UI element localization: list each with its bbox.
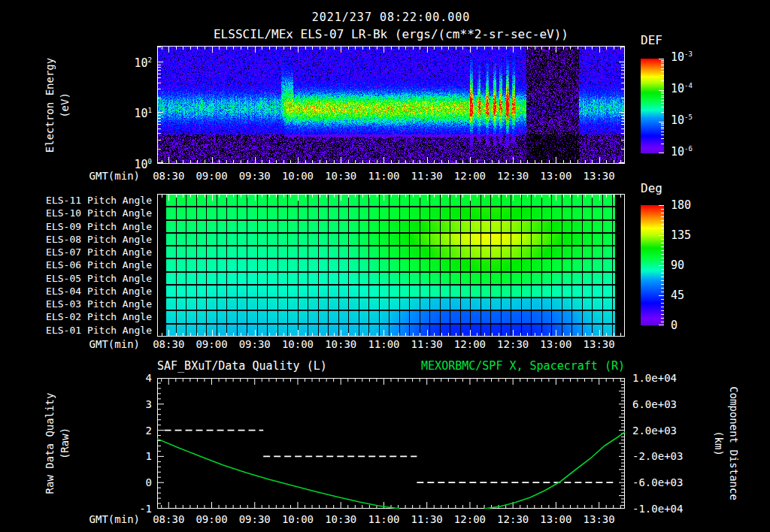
gmt-tick-label: 09:30 [239, 170, 271, 182]
component-distance-axis-label: Component Distance (km) [711, 386, 741, 500]
gmt-tick-label: 13:30 [584, 513, 615, 525]
def-colorbar-title: DEF [641, 33, 662, 47]
pitch-row-labels: ELS-11 Pitch AngleELS-10 Pitch AngleELS-… [15, 194, 152, 337]
gmt-tick-label: 08:30 [153, 513, 184, 525]
deg-colorbar-title: Deg [641, 181, 662, 195]
energy-tick-label: 102 [114, 55, 152, 69]
gmt-tick-label: 13:00 [540, 338, 571, 350]
spectrogram-canvas [157, 46, 625, 164]
gmt-tick-label: 12:30 [497, 338, 529, 350]
pitch-row-label: ELS-04 Pitch Angle [15, 285, 152, 298]
def-tick-label: 10-5 [671, 113, 693, 127]
quality-tick-label: 0 [122, 476, 152, 488]
gmt-tick-row-2: 08:3009:0009:3010:0010:3011:0011:3012:00… [0, 338, 770, 350]
gmt-tick-label: 13:30 [584, 170, 615, 182]
spacecraft-x-curve [157, 439, 399, 509]
gmt-tick-label: 11:30 [411, 338, 443, 350]
energy-tick-label: 101 [114, 106, 152, 120]
distance-tick-label: 2.0e+03 [632, 425, 677, 437]
gmt-tick-label: 13:00 [540, 513, 571, 525]
spacecraft-x-curve [484, 432, 625, 509]
pitch-row-label: ELS-07 Pitch Angle [15, 246, 152, 258]
gmt-tick-label: 12:00 [454, 513, 486, 525]
gmt-tick-label: 12:30 [497, 513, 529, 525]
pitch-row-label: ELS-06 Pitch Angle [15, 258, 152, 271]
distance-tick-label: 1.0e+04 [632, 372, 677, 384]
gmt-tick-label: 10:30 [325, 170, 356, 182]
pitch-row-label: ELS-03 Pitch Angle [15, 298, 152, 310]
deg-tick-label: 90 [671, 258, 684, 272]
gmt-tick-row-3: 08:3009:0009:3010:0010:3011:0011:3012:00… [0, 513, 770, 525]
quality-tick-label: 1 [122, 450, 152, 462]
pitch-row-label: ELS-08 Pitch Angle [15, 233, 152, 246]
gmt-tick-label: 10:00 [282, 170, 314, 182]
deg-colorbar [641, 205, 664, 325]
pitch-row-label: ELS-11 Pitch Angle [15, 194, 152, 207]
gmt-tick-label: 12:00 [454, 338, 486, 350]
pitch-row-label: ELS-01 Pitch Angle [15, 324, 152, 337]
quality-distance-plot [157, 378, 625, 509]
def-colorbar [641, 59, 664, 153]
gmt-tick-label: 11:00 [368, 513, 399, 525]
electron-energy-axis-label: Electron Energy (eV) [42, 58, 72, 153]
gmt-tick-label: 10:30 [325, 513, 356, 525]
quality-tick-label: 4 [122, 372, 152, 384]
gmt-tick-label: 12:00 [454, 170, 486, 182]
distance-tick-label: 6.0e+03 [632, 398, 677, 410]
gmt-tick-label: 11:30 [411, 513, 443, 525]
def-tick-label: 10-3 [671, 50, 693, 64]
gmt-tick-label: 11:30 [411, 170, 443, 182]
pitch-row-label: ELS-02 Pitch Angle [15, 310, 152, 323]
pitch-row-label: ELS-10 Pitch Angle [15, 207, 152, 219]
gmt-tick-label: 10:00 [282, 513, 314, 525]
deg-tick-label: 135 [671, 228, 691, 242]
deg-tick-label: 45 [671, 289, 684, 302]
raw-quality-axis-label: Raw Data Quality (Raw) [42, 393, 72, 494]
distance-tick-label: -2.0e+03 [632, 450, 683, 462]
def-tick-label: 10-4 [671, 81, 693, 95]
gmt-tick-label: 11:00 [368, 338, 399, 350]
gmt-tick-label: 09:00 [196, 170, 227, 182]
quality-tick-label: -1 [122, 503, 152, 515]
distance-tick-label: -6.0e+03 [632, 476, 683, 488]
pitch-angle-canvas [157, 194, 625, 337]
title-datetime: 2021/237 08:22:00.000 [12, 11, 770, 24]
bottom-title-left: SAF_BXuT/Data Quality (L) [157, 359, 327, 373]
gmt-tick-label: 09:30 [239, 513, 271, 525]
quality-tick-label: 2 [122, 425, 152, 437]
energy-tick-label: 100 [114, 157, 152, 171]
bottom-title-right: MEXORBMC/SPF X, Spacecraft (R) [421, 359, 625, 373]
gmt-tick-label: 12:30 [497, 170, 529, 182]
gmt-tick-label: 08:30 [153, 338, 184, 350]
gmt-tick-label: 10:00 [282, 338, 314, 350]
gmt-tick-label: 09:00 [196, 338, 227, 350]
plot-screen: 2021/237 08:22:00.000 ELSSCIL/MEx ELS-07… [0, 0, 770, 532]
deg-tick-label: 0 [671, 319, 678, 332]
gmt-tick-label: 09:30 [239, 338, 271, 350]
quality-tick-label: 3 [122, 398, 152, 410]
gmt-tick-label: 13:00 [540, 170, 571, 182]
distance-tick-label: -1.0e+04 [632, 503, 683, 515]
gmt-tick-label: 13:30 [584, 338, 615, 350]
gmt-tick-row-1: 08:3009:0009:3010:0010:3011:0011:3012:00… [0, 170, 770, 182]
pitch-row-label: ELS-05 Pitch Angle [15, 272, 152, 285]
pitch-row-label: ELS-09 Pitch Angle [15, 220, 152, 233]
def-tick-label: 10-6 [671, 144, 693, 159]
gmt-tick-label: 10:30 [325, 338, 356, 350]
deg-tick-label: 180 [671, 198, 691, 212]
plot-frame [158, 379, 625, 509]
gmt-tick-label: 08:30 [153, 170, 184, 182]
gmt-tick-label: 11:00 [368, 170, 399, 182]
gmt-tick-label: 09:00 [196, 513, 227, 525]
